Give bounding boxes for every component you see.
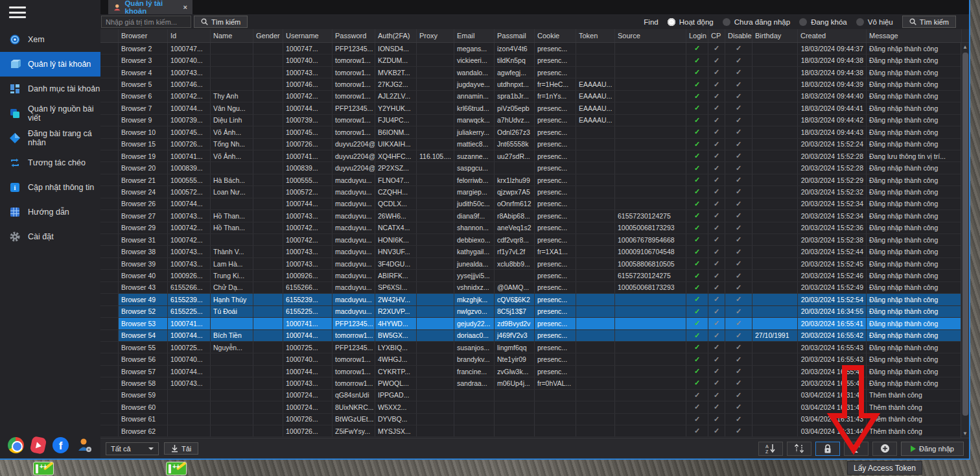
table-row[interactable]: Browser 151000726...Tổng Nh...1000726...…: [100, 139, 969, 150]
column-header-message[interactable]: Message: [867, 29, 962, 42]
sidebar-item-cap-nhat-thong-tin[interactable]: iCập nhật thông tin: [0, 175, 100, 200]
table-row[interactable]: Browser 191000741...Võ Ảnh...1000741...d…: [100, 150, 969, 162]
column-header-proxy[interactable]: Proxy: [417, 29, 454, 42]
sidebar-item-cai-dat[interactable]: Cài đặt: [0, 224, 100, 249]
table-row[interactable]: Browser 531000741...1000741...PFP12345..…: [100, 318, 969, 329]
check-icon: ✓: [694, 259, 700, 268]
column-header-cp[interactable]: CP: [708, 29, 725, 42]
column-header-cookie[interactable]: Cookie: [535, 29, 576, 42]
table-row[interactable]: Browser 31000740...1000740...tomorow1...…: [100, 54, 969, 66]
table-row[interactable]: Browser 311000742...1000742...macduyvu..…: [100, 234, 969, 246]
table-row[interactable]: Browser 526155225...Tú Đoái6155225...mac…: [100, 306, 969, 318]
add-circle-icon[interactable]: [872, 442, 897, 456]
radio-đang-khóa[interactable]: Đang khóa: [799, 18, 847, 26]
sidebar-item-huong-dan[interactable]: Hướng dẫn: [0, 200, 100, 224]
column-header-login[interactable]: Login: [686, 29, 708, 42]
table-row[interactable]: Browser 71000744...Vân Ngu...1000744...P…: [100, 102, 969, 114]
cell-gender: [253, 366, 283, 377]
cell-disable: ✓: [725, 282, 752, 293]
sort-az-icon[interactable]: A Z: [758, 442, 783, 456]
table-row[interactable]: Browser 21000747...1000747...PFP12345...…: [100, 43, 969, 54]
tab-close-icon[interactable]: ×: [183, 3, 187, 11]
sidebar-item-tuong-tac-cheo[interactable]: Tương tác chéo: [0, 150, 100, 175]
column-header-password[interactable]: Password: [332, 29, 375, 42]
facebook-icon[interactable]: f: [52, 437, 69, 453]
column-header-gender[interactable]: Gender: [253, 29, 283, 42]
table-row[interactable]: Browser 541000744...Bích Tiền1000744...t…: [100, 330, 969, 342]
table-row[interactable]: Browser 401000926...Trung Ki...1000926..…: [100, 270, 969, 281]
sidebar-item-quan-ly-nguon-bai-viet[interactable]: Quản lý nguồn bài viết: [0, 101, 100, 126]
table-row[interactable]: Browser 591000724...qG84snUdiIPPGAD...✓✓…: [100, 390, 969, 401]
table-row[interactable]: Browser 91000739...Diệu Linh1000739...to…: [100, 115, 969, 126]
column-header-birthday[interactable]: Birthday: [752, 29, 798, 42]
column-header-email[interactable]: Email: [454, 29, 495, 42]
table-row[interactable]: Browser 61000742...Thy Anh1000742...tomo…: [100, 91, 969, 102]
find-search-button[interactable]: Tìm kiếm: [902, 16, 956, 28]
taskbar-app-icon[interactable]: [33, 462, 54, 475]
column-header-passmail[interactable]: Passmail: [495, 29, 535, 42]
sidebar-item-danh-muc-tai-khoan[interactable]: Danh mục tài khoản: [0, 77, 100, 101]
column-header-browser[interactable]: Browser: [119, 29, 168, 42]
radio-vô-hiệu[interactable]: Vô hiệu: [856, 18, 893, 26]
table-row[interactable]: Browser 261000744...1000744...macduyvu..…: [100, 198, 969, 210]
table-row[interactable]: Browser 41000743...1000743...tomorow1...…: [100, 67, 969, 78]
table-row[interactable]: Browser 561000740...1000740...tomorow1..…: [100, 353, 969, 365]
filter-all-select[interactable]: Tất cả: [106, 442, 159, 455]
table-row[interactable]: Browser 101000745...Võ Ảnh...1000745...t…: [100, 126, 969, 138]
table-row[interactable]: Browser 241000572...Loan Nư...1000572...…: [100, 186, 969, 198]
column-header-token[interactable]: Token: [576, 29, 615, 42]
table-row[interactable]: Browser 621000726...Z5iFwYsy...MYSJSX...…: [100, 425, 969, 437]
radio-hoạt-động[interactable]: Hoạt động: [668, 18, 714, 26]
column-header-gutter[interactable]: [100, 29, 119, 42]
download-button[interactable]: Tải: [164, 442, 198, 455]
column-header-username[interactable]: Username: [283, 29, 332, 42]
scroll-down-icon[interactable]: ▼: [962, 429, 968, 438]
cell-login: ✓: [686, 91, 708, 102]
column-header-source[interactable]: Source: [615, 29, 686, 42]
tab-account-management[interactable]: Quản lý tài khoản ×: [108, 0, 192, 14]
sidebar-item-xem[interactable]: Xem: [0, 27, 100, 52]
vertical-scrollbar[interactable]: ▲ ▼: [961, 43, 969, 438]
column-header-disable[interactable]: Disable: [725, 29, 752, 42]
column-header-name[interactable]: Name: [211, 29, 253, 42]
column-header-id[interactable]: Id: [168, 29, 211, 42]
hamburger-menu-icon[interactable]: [9, 6, 26, 18]
shorts-icon[interactable]: [30, 435, 47, 454]
column-header-auth-2fa-[interactable]: Auth(2FA): [375, 29, 417, 42]
scroll-up-icon[interactable]: ▲: [962, 43, 968, 51]
table-row[interactable]: Browser 271000743...Hồ Than...1000743...…: [100, 210, 969, 222]
check-icon: ✓: [714, 415, 719, 423]
table-row[interactable]: Browser 581000743...1000743...tomorrow1.…: [100, 377, 969, 389]
table-row[interactable]: Browser 496155239...Hạnh Thúy6155239...m…: [100, 294, 969, 305]
lock-icon[interactable]: [815, 442, 840, 456]
radio-chưa-đăng-nhập[interactable]: Chưa đăng nhập: [723, 18, 790, 26]
table-row[interactable]: Browser 51000746...1000746...tomorow1...…: [100, 78, 969, 90]
table-row[interactable]: Browser 601000724...8UixNKRC...W5XX2...✓…: [100, 401, 969, 413]
sidebar-item-quan-ly-tai-khoan[interactable]: Quản lý tài khoản: [0, 52, 100, 77]
chrome-icon[interactable]: [8, 437, 24, 453]
login-button[interactable]: Đăng nhập: [901, 442, 964, 456]
scrollbar-thumb[interactable]: [962, 53, 968, 416]
column-header-created[interactable]: Created: [798, 29, 867, 42]
table-row[interactable]: Browser 381000743...Thành V...1000743...…: [100, 246, 969, 257]
cell-password: 8UixNKRC...: [332, 401, 375, 412]
reorder-columns-icon[interactable]: [787, 442, 811, 456]
user-info-icon[interactable]: i: [844, 442, 869, 456]
table-row[interactable]: Browser 291000742...Hồ Than...1000742...…: [100, 222, 969, 234]
table-row[interactable]: Browser 551000725...Nguyễn...1000725...P…: [100, 342, 969, 353]
sidebar-item-dang-bai-trang-ca-nhan[interactable]: Đăng bài trang cá nhân: [0, 126, 100, 150]
search-button[interactable]: Tìm kiếm: [194, 16, 248, 28]
table-row[interactable]: Browser 436155266...Chử Dạ...6155266...m…: [100, 282, 969, 294]
row-gutter: [100, 353, 119, 364]
taskbar-app-icon[interactable]: [166, 462, 187, 475]
user-gear-icon[interactable]: [76, 436, 93, 453]
table-row[interactable]: Browser 211000555...Hà Bách...1000555...…: [100, 174, 969, 186]
table-row[interactable]: Browser 571000744...1000744...tomorow1..…: [100, 366, 969, 377]
table-row[interactable]: Browser 201000839...1000839...duyvu2204@…: [100, 162, 969, 174]
cell-email: judith50c...: [454, 198, 495, 209]
table-row[interactable]: Browser 611000726...BtWGzUEt...DYVBQ...✓…: [100, 414, 969, 425]
search-input[interactable]: [101, 16, 191, 28]
cell-name: Thy Anh: [211, 91, 253, 102]
cell-created: 20/03/2024 16:55:43: [798, 342, 867, 353]
table-row[interactable]: Browser 391000743...Lam Hà...1000743...m…: [100, 258, 969, 270]
